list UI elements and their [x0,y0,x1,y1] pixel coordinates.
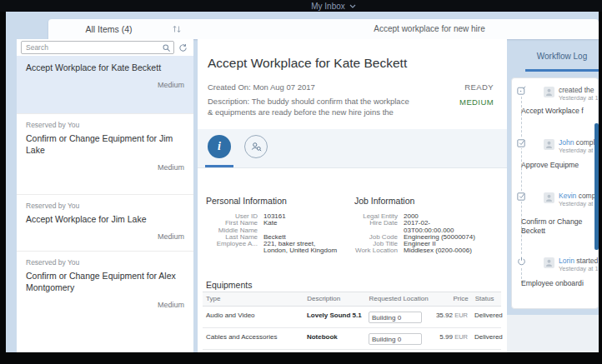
section-heading: Personal Information [206,196,353,206]
equipment-description: Lovely Sound 5.1 [307,312,369,320]
section-heading: Job Information [354,196,504,206]
workflow-entry-subject[interactable]: Approve Equipme [521,161,579,169]
form-label: Work Location [354,247,398,254]
equipment-type: Audio and Video [203,312,307,319]
task-priority: Medium [26,301,184,309]
workflow-entry-time: Yesterday at 1 [559,200,599,207]
tab-information[interactable]: i [208,135,231,158]
workflow-entry-subject: Beckett [521,227,545,235]
equipment-type: Cables and Accessories [203,333,307,341]
tab-people-search[interactable] [244,135,268,158]
reserved-label: Reserved by You [26,258,184,267]
form-value: London, United Kingdom [263,247,337,254]
workflow-entry-heading: Kevin comp [559,192,595,200]
equipments-heading: Equipments [206,280,252,290]
task-title: Accept Workplace for Jim Lake [26,214,184,226]
table-row: Cables and Accessories Notebook 5.99 EUR… [203,328,501,350]
workflow-entry-heading: Lorin started [559,257,598,265]
form-value: Middlesex (0200-0006) [404,247,472,254]
tab-workflow-log[interactable]: Workflow Log [525,52,599,61]
column-header: Description [307,295,369,303]
workflow-entry-subject[interactable]: Employee onboardi [521,279,584,287]
app-title-menu[interactable]: My Inbox [311,2,356,11]
avatar [544,257,554,268]
personal-information-section: Personal Information User ID103161 First… [206,196,353,255]
right-scrollbar[interactable] [594,123,599,250]
created-on: Created On: Mon Aug 07 2017 [208,82,315,92]
list-item[interactable]: Reserved by You Accept Workplace for Jim… [17,194,193,251]
chevron-down-icon [349,4,356,8]
person-search-icon [249,140,263,153]
column-header: Requested Location [369,295,434,303]
status-value: Delivered [474,333,501,341]
completed-checkbox-icon [516,191,527,202]
equipments-table: Type Description Requested Location Pric… [203,292,501,350]
price-value: 35.92 [436,312,453,319]
task-priority: Medium [26,232,184,241]
avatar [544,192,554,203]
table-row: Audio and Video Lovely Sound 5.1 35.92 E… [203,307,501,328]
task-detail-title: Accept Workplace for Kate Beckett [208,56,407,71]
table-header-row: Type Description Requested Location Pric… [203,292,501,307]
currency: EUR [454,333,468,341]
requested-location-input[interactable] [369,333,422,345]
search-icon[interactable] [162,43,171,52]
requested-location-input[interactable] [369,312,422,323]
form-label: Hire Date [354,220,398,227]
sort-icon[interactable] [172,24,182,34]
app-title: My Inbox [311,2,345,11]
form-value: Kate [263,220,277,227]
task-title: Confirm or Change Equipment for Alex Mon… [26,271,184,294]
workflow-entry-heading: John comple [559,138,599,147]
workflow-entry-time: Yesterday at 1 [559,94,599,102]
workflow-entry-time: Yesterday at 1 [559,147,599,154]
task-title: Confirm or Change Equipment for Jim Lake [26,133,184,157]
reserved-label: Reserved by You [26,202,184,210]
search-field[interactable] [21,41,174,54]
workflow-entry-heading: created the [559,86,594,94]
workflow-entry-time: Yesterday at 1 [559,265,599,272]
status-value: Delivered [474,312,501,319]
completed-checkbox-icon [516,137,527,148]
panel-footer-area [507,315,599,352]
workflow-log-card: created the Yesterday at 1 Accept Workpl… [511,77,599,309]
price-value: 5.99 [439,333,453,341]
list-item[interactable]: Accept Workplace for Kate Beckett Medium [17,56,193,113]
reserved-label: Reserved by You [26,121,184,129]
info-icon: i [218,140,221,153]
currency: EUR [454,312,468,319]
search-input[interactable] [24,42,162,52]
refresh-icon[interactable] [178,43,188,52]
task-description: Description: The buddy should confirm th… [208,96,409,118]
equipment-description: Notebook [307,333,369,342]
shell-bar: My Inbox [0,0,602,12]
status-badge: READY [464,82,494,92]
column-header: Status [475,295,501,302]
job-information-section: Job Information Legal Entity2000 Hire Da… [354,196,504,255]
priority-badge: MEDIUM [459,97,494,107]
workflow-tab-underline [525,69,599,72]
app-window: My Inbox All Items (4) Accept workplace … [0,0,602,364]
form-label: Employee A... [206,241,258,247]
workflow-entry-subject[interactable]: Accept Workplace f [521,107,584,115]
master-list-title: All Items (4) [48,19,169,39]
detail-panel: Accept Workplace for Kate Beckett Create… [198,39,507,352]
icon-tab-bar: i [198,129,507,168]
search-row [17,39,193,55]
master-list-panel: Accept Workplace for Kate Beckett Medium… [17,39,193,352]
task-priority: Medium [26,163,184,172]
list-item[interactable]: Reserved by You Confirm or Change Equipm… [17,251,193,334]
avatar [544,139,554,150]
detail-page-title: Accept workplace for new hire [374,19,484,39]
task-title: Accept Workplace for Kate Beckett [26,62,184,74]
list-item[interactable]: Reserved by You Confirm or Change Equipm… [17,113,193,194]
task-created-icon [516,85,527,96]
power-start-icon [516,256,527,267]
task-priority: Medium [26,81,184,89]
column-header: Type [203,295,307,302]
page-header-band: All Items (4) Accept workplace for new h… [48,19,599,39]
avatar [544,87,554,97]
selected-tab-underline [205,165,233,167]
task-list: Accept Workplace for Kate Beckett Medium… [17,56,193,352]
workflow-entry-subject[interactable]: Confirm or Change [521,217,582,226]
